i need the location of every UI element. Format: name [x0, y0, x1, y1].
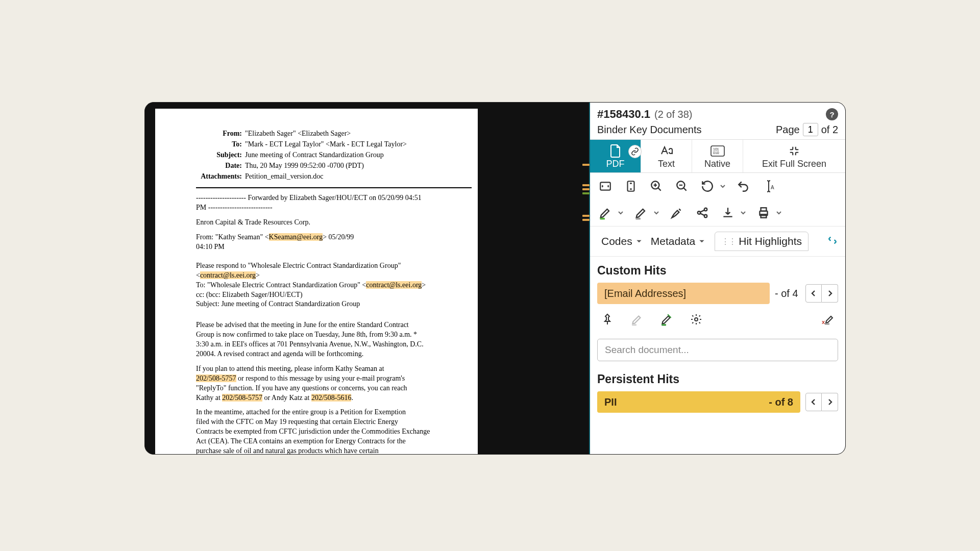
subject-value: June meeting of Contract Standardization…	[245, 151, 384, 160]
rotate-dropdown[interactable]	[720, 183, 726, 189]
apply-highlight-button[interactable]	[658, 311, 675, 328]
settings-button[interactable]	[688, 311, 704, 328]
download-dropdown[interactable]	[740, 210, 746, 216]
highlighter-dropdown[interactable]	[618, 210, 624, 216]
document-id: #158430.1	[597, 108, 650, 121]
highlighter-button[interactable]	[597, 205, 614, 221]
custom-hit-chip[interactable]: [Email Addresses]	[597, 283, 770, 304]
forwarded-line-1: --------------------- Forwarded by Eliza…	[196, 193, 452, 203]
date-value: Thu, 20 May 1999 09:52:00 -0700 (PDT)	[245, 161, 364, 171]
hit-highlights-tab[interactable]: ⋮⋮Hit Highlights	[715, 232, 808, 251]
share-button[interactable]	[694, 205, 710, 221]
undo-button[interactable]	[735, 178, 751, 194]
zoom-out-button[interactable]	[674, 178, 690, 194]
to-label: To:	[196, 140, 242, 149]
svg-text:x: x	[822, 319, 825, 325]
fit-height-button[interactable]	[623, 178, 639, 194]
phone-highlight: 202/508-5757	[196, 374, 236, 382]
exit-fullscreen-icon	[789, 144, 800, 158]
app-frame: From:"Elizabeth Sager" <Elizabeth Sager>…	[144, 102, 846, 455]
email-highlight: contract@ls.eei.org	[200, 271, 256, 279]
custom-hits-title: Custom Hits	[597, 264, 838, 278]
print-button[interactable]	[755, 205, 772, 221]
custom-hits-section: Custom Hits [Email Addresses] - of 4 x	[590, 257, 845, 337]
email-highlight: KSeaman@eei.org	[269, 233, 323, 241]
to-value: "Mark - ECT Legal Taylor" <Mark - ECT Le…	[245, 140, 407, 149]
drag-grip-icon: ⋮⋮	[721, 237, 736, 246]
svg-rect-4	[628, 181, 634, 191]
svg-text:A: A	[771, 185, 774, 190]
exit-fullscreen-button[interactable]: Exit Full Screen	[743, 140, 845, 172]
file-icon	[610, 144, 621, 158]
please-respond-addr: <contract@ls.eei.org>	[196, 271, 452, 281]
link-icon[interactable]	[628, 145, 642, 158]
binder-name: Binder Key Documents	[597, 124, 702, 136]
phone-highlight: 202/508-5757	[222, 394, 262, 402]
collapse-icon[interactable]	[827, 235, 838, 248]
text-icon	[660, 144, 673, 158]
tab-text[interactable]: Text	[641, 140, 692, 172]
please-respond: Please respond to "Wholesale Electric Co…	[196, 261, 452, 271]
metadata-dropdown[interactable]: Metadata	[649, 233, 708, 249]
metadata-tabs: Codes Metadata ⋮⋮Hit Highlights	[590, 227, 845, 257]
next-hit-button[interactable]	[822, 393, 838, 411]
svg-text:010: 010	[713, 151, 719, 155]
svg-point-14	[695, 318, 698, 321]
page-label: Page	[776, 124, 800, 136]
remove-highlight-button[interactable]: x	[820, 311, 836, 328]
svg-rect-3	[600, 182, 610, 190]
prev-hit-button[interactable]	[805, 284, 822, 303]
svg-text:101: 101	[713, 147, 719, 151]
download-button[interactable]	[720, 205, 736, 221]
prev-hit-button[interactable]	[805, 393, 822, 411]
inner-cc: cc: (bcc: Elizabeth Sager/HOU/ECT)	[196, 290, 452, 300]
forwarded-line-2: PM ---------------------------	[196, 203, 452, 213]
search-document-field[interactable]	[597, 339, 838, 361]
email-highlight: contract@ls.eei.org	[366, 281, 422, 289]
document-position: (2 of 38)	[654, 109, 692, 120]
clear-highlight-button[interactable]	[629, 311, 645, 328]
tab-pdf[interactable]: PDF	[590, 140, 641, 172]
custom-hit-tools: x	[597, 309, 838, 335]
inner-from-time: 04:10 PM	[196, 242, 452, 252]
from-label: From:	[196, 129, 242, 139]
page-total: of 2	[821, 124, 838, 136]
pen-button[interactable]	[669, 205, 685, 221]
persistent-hit-chip[interactable]: PII - of 8	[597, 391, 800, 413]
phone-highlight: 202/508-5616	[311, 394, 352, 402]
rotate-button[interactable]	[699, 178, 716, 194]
view-tabs: PDF Text 101010 Native	[590, 139, 845, 173]
eraser-dropdown[interactable]	[653, 210, 659, 216]
header-divider	[196, 187, 472, 188]
tab-native[interactable]: 101010 Native	[692, 140, 743, 172]
inner-subject: Subject: June meeting of Contract Standa…	[196, 299, 452, 309]
from-value: "Elizabeth Sager" <Elizabeth Sager>	[245, 129, 351, 139]
company-line: Enron Capital & Trade Resources Corp.	[196, 218, 452, 228]
pin-button[interactable]	[599, 311, 616, 328]
inspector-panel: #158430.1 (2 of 38) ? Binder Key Documen…	[589, 103, 845, 454]
svg-rect-12	[761, 208, 767, 211]
custom-hit-count: - of 4	[775, 288, 800, 299]
hit-scroll-markers	[582, 103, 590, 454]
document-viewer[interactable]: From:"Elizabeth Sager" <Elizabeth Sager>…	[145, 103, 589, 454]
next-hit-button[interactable]	[822, 284, 838, 303]
attachments-value: Petition_email_version.doc	[245, 172, 324, 182]
binary-icon: 101010	[710, 144, 725, 158]
subject-label: Subject:	[196, 151, 242, 160]
codes-dropdown[interactable]: Codes	[599, 233, 645, 249]
zoom-in-button[interactable]	[648, 178, 665, 194]
inner-to: To: "Wholesale Electric Contract Standar…	[196, 281, 452, 290]
persistent-hit-count: - of 8	[769, 396, 793, 408]
persistent-hits-title: Persistent Hits	[597, 372, 838, 386]
print-dropdown[interactable]	[776, 210, 782, 216]
document-page: From:"Elizabeth Sager" <Elizabeth Sager>…	[155, 109, 478, 455]
page-number-input[interactable]	[803, 123, 818, 136]
search-input[interactable]	[604, 344, 831, 356]
persistent-hits-section: Persistent Hits PII - of 8	[590, 365, 845, 420]
annotate-toolbar	[590, 199, 845, 227]
fit-width-button[interactable]	[597, 178, 614, 194]
text-cursor-button[interactable]: A	[761, 178, 777, 194]
eraser-button[interactable]	[633, 205, 649, 221]
help-icon[interactable]: ?	[826, 108, 838, 120]
attachments-label: Attachments:	[196, 172, 242, 182]
